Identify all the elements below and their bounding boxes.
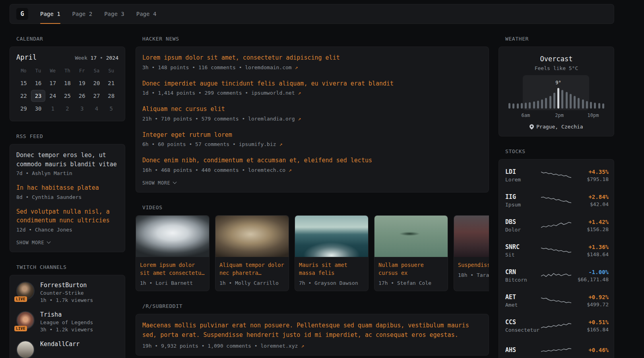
dashboard-columns: CALENDAR April Week 17 • 2024 Mo Tu We T… <box>0 24 644 358</box>
app-logo[interactable]: G <box>16 8 28 20</box>
stock-symbol: LDI <box>505 168 541 175</box>
stock-sparkline <box>541 195 571 206</box>
videos-section-title: VIDEOS <box>142 204 489 210</box>
stock-row[interactable]: CRN Bitcorn -1.00% $66,171.48 <box>505 263 607 288</box>
video-body: Mauris sit amet massa felis 7h • Grayson… <box>295 257 368 291</box>
hn-item-meta: 3h • 148 points • 116 comments • loremdo… <box>142 64 482 70</box>
channel-name: ForrestBurton <box>40 282 93 289</box>
stock-price: $165.84 <box>571 327 609 333</box>
hn-domain-link[interactable]: loremdomain.com <box>245 64 291 70</box>
sparkline-chart <box>541 346 571 356</box>
rss-item-title[interactable]: In hac habitasse platea <box>16 183 118 193</box>
stock-name: Sit <box>505 252 541 258</box>
twitch-channel-row[interactable]: LIVE ForrestBurton Counter-Strike 1h • 1… <box>16 282 118 303</box>
hn-item-title[interactable]: Donec imperdiet augue tincidunt felis al… <box>142 79 482 88</box>
live-badge: LIVE <box>14 326 27 331</box>
channel-game: Counter-Strike <box>40 290 93 296</box>
video-card[interactable]: Mauris sit amet massa felis 7h • Grayson… <box>295 215 369 292</box>
rss-item: Donec tempor eros leo, ut commodo mauris… <box>16 151 118 176</box>
tab-page-2[interactable]: Page 2 <box>72 4 93 23</box>
external-link-icon: ↗ <box>301 343 304 349</box>
subreddit-domain-link[interactable]: loremnet.xyz <box>260 343 298 349</box>
rss-item-title[interactable]: Donec tempor eros leo, ut commodo mauris… <box>16 151 118 169</box>
hn-item-meta: 16h • 468 points • 440 comments • loremt… <box>142 167 482 173</box>
twitch-channel-row[interactable]: LIVE Trisha League of Legends 3h • 1.2k … <box>16 311 118 333</box>
subreddit-section-title: /R/SUBREDDIT <box>142 303 489 309</box>
calendar-day: 16 <box>31 77 46 89</box>
stock-identity: CCS Consectetur <box>505 319 541 333</box>
stock-price: $499.72 <box>571 302 609 307</box>
video-thumbnail <box>374 216 448 257</box>
stock-row[interactable]: LDI Lorem +4.35% $795.18 <box>505 163 607 188</box>
calendar-day: 19 <box>75 77 89 89</box>
rss-show-more-button[interactable]: SHOW MORE <box>16 240 118 245</box>
calendar-day: 22 <box>16 90 31 102</box>
video-body: Suspendisse diam 18h • Tara <box>454 257 489 283</box>
twitch-widget: LIVE ForrestBurton Counter-Strike 1h • 1… <box>10 275 125 358</box>
hn-item: Aliquam nec cursus elit 21h • 710 points… <box>142 105 482 122</box>
left-column: CALENDAR April Week 17 • 2024 Mo Tu We T… <box>10 24 125 358</box>
calendar-day: 24 <box>45 90 60 102</box>
stock-row[interactable]: SNRC Sit +1.36% $148.64 <box>505 238 607 263</box>
hn-meta-text: 16h • 468 points • 440 comments • <box>142 167 245 173</box>
hn-show-more-button[interactable]: SHOW MORE <box>142 180 482 186</box>
subreddit-widget: Maecenas mollis pulvinar erat non posuer… <box>136 314 489 356</box>
video-card[interactable]: Aliquam tempor dolor nec pharetra… 1h • … <box>215 215 289 292</box>
calendar-widget: April Week 17 • 2024 Mo Tu We Th Fr Sa S… <box>10 47 125 121</box>
video-thumbnail <box>136 216 209 257</box>
channel-name: KendallCarr <box>40 340 80 348</box>
calendar-header: April Week 17 • 2024 <box>16 53 118 61</box>
stock-sparkline <box>541 220 571 231</box>
stock-row[interactable]: AET Amet +0.92% $499.72 <box>505 288 607 313</box>
sparkline-chart <box>541 321 571 331</box>
stocks-widget: LDI Lorem +4.35% $795.18 IIG Ipsum <box>499 159 614 358</box>
location-pin-icon <box>530 124 534 130</box>
stock-sparkline <box>541 170 571 181</box>
external-link-icon: ↗ <box>298 116 301 122</box>
hn-domain-link[interactable]: loremtech.co <box>248 167 285 173</box>
sparkline-chart <box>541 296 571 306</box>
hn-meta-text: 21h • 710 points • 579 comments • <box>142 116 245 122</box>
stock-row[interactable]: CCS Consectetur +0.51% $165.84 <box>505 313 607 338</box>
hn-meta-text: 6h • 60 points • 57 comments • <box>142 141 236 147</box>
video-meta: 17h • Stefan Cole <box>378 280 444 286</box>
tab-page-1[interactable]: Page 1 <box>40 4 60 23</box>
hn-item-title[interactable]: Integer eget rutrum lorem <box>142 130 482 140</box>
location-text: Prague, Czechia <box>536 124 583 130</box>
hn-domain-link[interactable]: ipsumify.biz <box>239 141 276 147</box>
video-thumbnail <box>215 216 289 257</box>
calendar-day: 15 <box>16 77 31 89</box>
weekday-label: Su <box>104 65 118 76</box>
avatar: LIVE <box>16 282 35 300</box>
channel-info: KendallCarr <box>40 340 80 348</box>
hn-item-title[interactable]: Aliquam nec cursus elit <box>142 105 482 114</box>
stock-values: +0.46% <box>571 347 609 354</box>
stock-row[interactable]: DBS Dolor +1.42% $156.28 <box>505 213 607 238</box>
hn-item-title[interactable]: Lorem ipsum dolor sit amet, consectetur … <box>142 53 482 62</box>
hn-item-title[interactable]: Donec enim nibh, condimentum et accumsan… <box>142 156 482 165</box>
peak-temp-label: 9° <box>555 80 561 86</box>
subreddit-post-title[interactable]: Maecenas mollis pulvinar erat non posuer… <box>142 321 482 340</box>
rss-item-title[interactable]: Sed volutpat nulla nisl, a condimentum n… <box>16 207 118 225</box>
tab-page-3[interactable]: Page 3 <box>104 4 124 23</box>
stock-change: +1.42% <box>571 219 609 225</box>
tab-page-4[interactable]: Page 4 <box>136 4 157 23</box>
video-title: Suspendisse diam <box>458 261 489 269</box>
week-label: Week <box>75 55 87 61</box>
stock-row[interactable]: IIG Ipsum +2.84% $42.04 <box>505 188 607 213</box>
calendar-week-info: Week 17 • 2024 <box>75 55 118 61</box>
video-card[interactable]: Lorem ipsum dolor sit amet consectetu… 1… <box>136 215 209 292</box>
calendar-year: 2024 <box>106 55 118 61</box>
stock-symbol: CCS <box>505 319 541 326</box>
page-tabs: Page 1 Page 2 Page 3 Page 4 <box>40 4 168 23</box>
hn-domain-link[interactable]: ipsumworld.net <box>251 90 295 96</box>
stock-symbol: IIG <box>505 193 541 200</box>
stock-sparkline <box>541 296 571 306</box>
video-card[interactable]: Nullam posuere cursus ex 17h • Stefan Co… <box>374 215 448 292</box>
stock-row[interactable]: AHS +0.46% <box>505 338 607 358</box>
calendar-day: 25 <box>60 90 75 102</box>
hn-domain-link[interactable]: loremlandia.org <box>248 116 295 122</box>
video-card[interactable]: Suspendisse diam 18h • Tara <box>454 215 489 292</box>
stock-name: Amet <box>505 302 541 308</box>
twitch-channel-row[interactable]: KendallCarr <box>16 340 118 358</box>
